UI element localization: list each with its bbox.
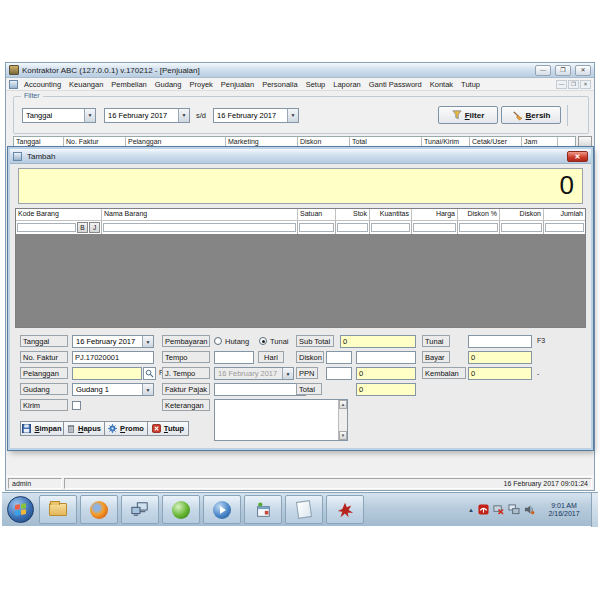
statusbar: admin 16 February 2017 09:01:24 <box>6 476 594 490</box>
taskbar-network-computer-button[interactable] <box>121 495 159 524</box>
gudang-combo[interactable]: Gudang 1 ▼ <box>72 383 154 396</box>
kembalan-label: Kembalan <box>422 367 466 379</box>
tunai-radio-label[interactable]: Tunai <box>270 337 288 346</box>
filter-field-select[interactable]: Tanggal ▼ <box>22 108 96 123</box>
hapus-button[interactable]: Hapus <box>63 421 105 436</box>
dropdown-arrow-icon[interactable]: ▼ <box>142 336 153 347</box>
no-faktur-input[interactable]: PJ.17020001 <box>72 351 154 364</box>
simpan-button[interactable]: Simpan <box>20 421 64 436</box>
satuan-input[interactable] <box>299 223 334 232</box>
dropdown-arrow-icon[interactable]: ▼ <box>178 109 189 122</box>
menu-item-tutup[interactable]: Tutup <box>457 80 484 89</box>
grid-column-kuantitas[interactable]: Kuantitas <box>370 209 412 221</box>
diskon-percent-input[interactable] <box>326 351 352 364</box>
menu-item-laporan[interactable]: Laporan <box>329 80 365 89</box>
diskon-input[interactable] <box>501 223 542 232</box>
hari-label: Hari <box>258 351 284 363</box>
mdi-close-button[interactable]: ✕ <box>580 80 591 89</box>
tanggal-combo[interactable]: 16 February 2017 ▼ <box>72 335 154 348</box>
stok-input[interactable] <box>337 223 368 232</box>
menu-item-personalia[interactable]: Personalia <box>258 80 301 89</box>
diskon-cell <box>500 221 544 234</box>
grid-column-harga[interactable]: Harga <box>412 209 458 221</box>
minimize-button[interactable]: — <box>535 65 551 76</box>
menu-item-kontak[interactable]: Kontak <box>426 80 457 89</box>
start-button[interactable] <box>7 496 34 523</box>
kirim-checkbox[interactable] <box>72 401 81 410</box>
taskbar-app-button[interactable] <box>244 495 282 524</box>
browse-barang-button[interactable]: B <box>77 222 88 233</box>
tray-clock[interactable]: 9:01 AM 2/16/2017 <box>539 502 589 518</box>
taskbar-firefox-button[interactable] <box>80 495 118 524</box>
tray-network-error-icon[interactable] <box>493 504 504 515</box>
menu-item-penjualan[interactable]: Penjualan <box>217 80 258 89</box>
tray-volume-icon[interactable] <box>524 504 535 515</box>
taskbar-notepad-button[interactable] <box>285 495 323 524</box>
filter-date-from[interactable]: 16 February 2017 ▼ <box>104 108 190 123</box>
ppn-percent-input[interactable] <box>326 367 352 380</box>
kembalan-field: 0 <box>468 367 532 380</box>
show-desktop-button[interactable] <box>591 493 598 527</box>
taskbar-media-app-button[interactable] <box>162 495 200 524</box>
menu-item-keuangan[interactable]: Keuangan <box>65 80 107 89</box>
filter-button[interactable]: Filter <box>438 106 498 124</box>
stok-cell <box>336 221 370 234</box>
hutang-radio-label[interactable]: Hutang <box>225 337 249 346</box>
grid-column-kode-barang[interactable]: Kode Barang <box>16 209 102 221</box>
jumlah-input[interactable] <box>545 223 584 232</box>
jasa-button[interactable]: J <box>89 222 100 233</box>
taskbar-media-player-button[interactable] <box>203 495 241 524</box>
keterangan-textarea[interactable]: ▲ ▼ <box>214 399 348 441</box>
dropdown-arrow-icon[interactable]: ▼ <box>287 109 298 122</box>
tanggal-label: Tanggal <box>20 335 68 347</box>
restore-button[interactable]: ❐ <box>555 65 571 76</box>
grid-header-row: Kode Barang Nama Barang Satuan Stok Kuan… <box>16 209 585 221</box>
harga-input[interactable] <box>413 223 456 232</box>
menu-item-setup[interactable]: Setup <box>302 80 330 89</box>
tray-expand-icon[interactable]: ▲ <box>468 507 474 513</box>
pelanggan-input[interactable] <box>72 367 142 380</box>
dropdown-arrow-icon[interactable]: ▼ <box>84 109 95 122</box>
grid-column-jumlah[interactable]: Jumlah <box>544 209 585 221</box>
grid-column-stok[interactable]: Stok <box>336 209 370 221</box>
dialog-titlebar: Tambah ✕ <box>10 149 591 164</box>
scrollbar-up-button[interactable]: ▲ <box>339 400 347 409</box>
keterangan-scrollbar[interactable]: ▲ ▼ <box>338 400 347 440</box>
faktur-pajak-input[interactable] <box>214 383 306 396</box>
tray-antivirus-icon[interactable] <box>478 504 489 515</box>
kode-barang-input[interactable] <box>17 223 76 232</box>
menu-item-proyek[interactable]: Proyek <box>185 80 216 89</box>
menu-item-pembelian[interactable]: Pembelian <box>107 80 150 89</box>
tempo-input[interactable] <box>214 351 254 364</box>
grid-column-nama-barang[interactable]: Nama Barang <box>102 209 298 221</box>
close-button[interactable]: ✕ <box>575 65 591 76</box>
tunai-input[interactable] <box>468 335 532 348</box>
grid-column-diskon[interactable]: Diskon <box>500 209 544 221</box>
dropdown-arrow-icon[interactable]: ▼ <box>142 384 153 395</box>
tray-network-icon[interactable] <box>508 504 520 515</box>
taskbar-explorer-button[interactable] <box>39 495 77 524</box>
mdi-restore-button[interactable]: ❐ <box>568 80 579 89</box>
kuantitas-input[interactable] <box>371 223 410 232</box>
tunai-radio[interactable] <box>259 337 267 345</box>
sub-total-field: 0 <box>340 335 416 348</box>
menu-item-gudang[interactable]: Gudang <box>151 80 186 89</box>
grid-column-satuan[interactable]: Satuan <box>298 209 336 221</box>
pelanggan-search-button[interactable] <box>143 367 156 380</box>
dialog-close-button[interactable]: ✕ <box>567 151 588 162</box>
clear-button[interactable]: Bersih <box>501 106 561 124</box>
scrollbar-down-button[interactable]: ▼ <box>339 431 347 440</box>
mdi-minimize-button[interactable]: — <box>556 80 567 89</box>
diskon-amount-input[interactable] <box>356 351 416 364</box>
promo-button[interactable]: Promo <box>104 421 148 436</box>
taskbar-red-app-button[interactable] <box>326 495 364 524</box>
tutup-button[interactable]: Tutup <box>147 421 189 436</box>
hutang-radio[interactable] <box>214 337 222 345</box>
filter-date-to[interactable]: 16 February 2017 ▼ <box>213 108 299 123</box>
menu-item-accounting[interactable]: Accounting <box>20 80 65 89</box>
diskon-persen-input[interactable] <box>459 223 498 232</box>
bayar-label: Bayar <box>422 351 450 363</box>
menu-item-ganti-password[interactable]: Ganti Password <box>365 80 426 89</box>
grid-column-diskon-persen[interactable]: Diskon % <box>458 209 500 221</box>
nama-barang-input[interactable] <box>103 223 296 232</box>
